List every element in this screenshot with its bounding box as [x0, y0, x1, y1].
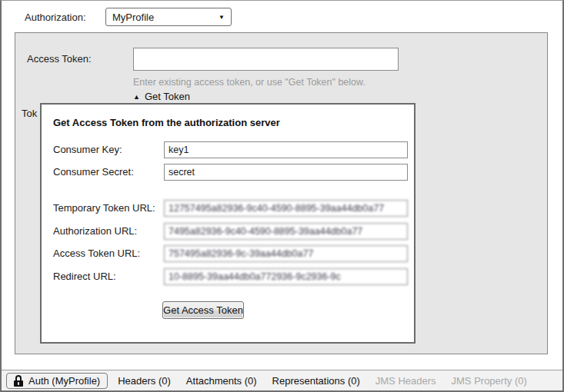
redirect-url-input[interactable] — [164, 268, 408, 285]
redirect-url-row: Redirect URL: — [53, 268, 405, 285]
consumer-secret-row: Consumer Secret: — [53, 164, 405, 181]
tab-jms-headers: JMS Headers — [368, 373, 444, 389]
get-token-toggle-label: Get Token — [145, 91, 190, 102]
consumer-secret-label: Consumer Secret: — [53, 164, 134, 181]
tab-representations[interactable]: Representations (0) — [265, 373, 368, 389]
get-token-toggle[interactable]: ▲ Get Token — [133, 91, 190, 102]
access-token-label: Access Token: — [27, 53, 92, 65]
consumer-secret-input[interactable] — [164, 164, 408, 181]
access-token-input[interactable] — [133, 48, 399, 71]
temporary-token-url-label: Temporary Token URL: — [53, 200, 155, 217]
tab-auth-label: Auth (MyProfile) — [28, 375, 100, 387]
access-token-url-label: Access Token URL: — [53, 245, 140, 262]
dialog-title: Get Access Token from the authorization … — [53, 117, 280, 128]
authorization-url-label: Authorization URL: — [53, 223, 137, 240]
authorization-profile-select[interactable]: MyProfile ▼ — [105, 8, 232, 26]
tab-auth[interactable]: Auth (MyProfile) — [6, 373, 108, 389]
tab-jms-property: JMS Property (0) — [444, 373, 535, 389]
inspector-tab-bar: Auth (MyProfile) Headers (0) Attachments… — [2, 370, 562, 390]
tab-headers[interactable]: Headers (0) — [110, 373, 179, 389]
get-access-token-button[interactable]: Get Access Token — [162, 301, 244, 319]
request-auth-window: Authorization: MyProfile ▼ Access Token:… — [0, 0, 564, 392]
triangle-up-icon: ▲ — [133, 93, 140, 101]
lock-icon — [14, 375, 23, 387]
chevron-down-icon: ▼ — [219, 14, 225, 21]
temporary-token-url-input[interactable] — [164, 200, 408, 217]
tab-attachments[interactable]: Attachments (0) — [179, 373, 265, 389]
access-token-url-input[interactable] — [164, 245, 408, 262]
authorization-url-input[interactable] — [164, 223, 408, 240]
redirect-url-label: Redirect URL: — [53, 268, 116, 285]
token-clipped-label: Tok — [22, 108, 37, 119]
authorization-url-row: Authorization URL: — [53, 223, 405, 240]
authorization-profile-value: MyProfile — [112, 12, 215, 23]
consumer-key-label: Consumer Key: — [53, 141, 122, 158]
consumer-key-row: Consumer Key: — [53, 141, 405, 158]
access-token-url-row: Access Token URL: — [53, 245, 405, 262]
get-access-token-dialog: Get Access Token from the authorization … — [40, 103, 415, 344]
access-token-hint: Enter existing access token, or use "Get… — [133, 77, 365, 88]
temporary-token-url-row: Temporary Token URL: — [53, 200, 405, 217]
consumer-key-input[interactable] — [164, 141, 408, 158]
authorization-label: Authorization: — [25, 12, 86, 23]
